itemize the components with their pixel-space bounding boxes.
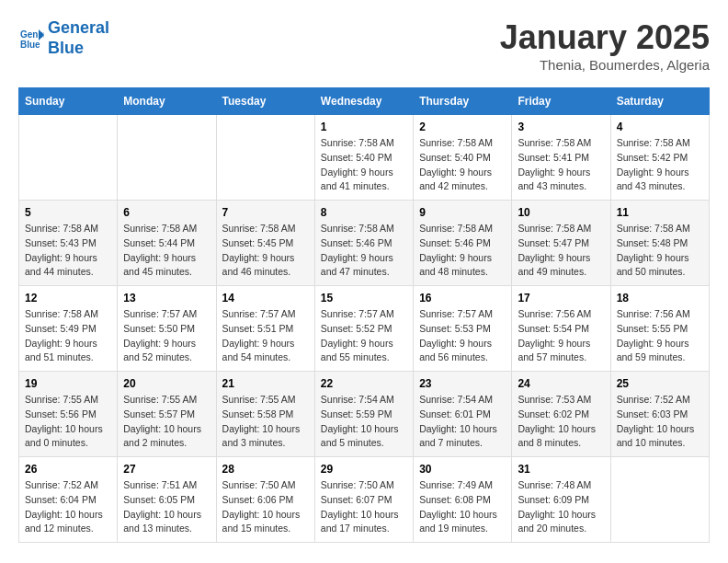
calendar-cell: 3Sunrise: 7:58 AMSunset: 5:41 PMDaylight… [512, 115, 610, 201]
day-number: 28 [222, 463, 309, 476]
calendar-week-row: 5Sunrise: 7:58 AMSunset: 5:43 PMDaylight… [19, 201, 710, 286]
day-number: 31 [518, 463, 604, 476]
calendar-week-row: 19Sunrise: 7:55 AMSunset: 5:56 PMDayligh… [19, 372, 710, 457]
day-info: Sunrise: 7:57 AMSunset: 5:51 PMDaylight:… [222, 307, 309, 365]
day-number: 30 [419, 463, 506, 476]
calendar-cell [216, 115, 314, 201]
day-info: Sunrise: 7:58 AMSunset: 5:46 PMDaylight:… [321, 222, 407, 280]
day-number: 20 [123, 377, 210, 390]
page-header: General Blue GeneralBlue January 2025 Th… [18, 18, 710, 73]
svg-text:Blue: Blue [20, 40, 40, 50]
calendar-cell: 22Sunrise: 7:54 AMSunset: 5:59 PMDayligh… [314, 372, 413, 457]
weekday-header-tuesday: Tuesday [216, 88, 314, 115]
day-number: 27 [123, 463, 210, 476]
calendar-cell: 28Sunrise: 7:50 AMSunset: 6:06 PMDayligh… [216, 457, 314, 543]
day-number: 11 [617, 206, 703, 219]
day-number: 10 [518, 206, 604, 219]
day-info: Sunrise: 7:48 AMSunset: 6:09 PMDaylight:… [518, 478, 604, 536]
calendar-cell [118, 115, 216, 201]
calendar-cell: 1Sunrise: 7:58 AMSunset: 5:40 PMDaylight… [314, 115, 413, 201]
calendar-cell: 10Sunrise: 7:58 AMSunset: 5:47 PMDayligh… [512, 201, 610, 286]
weekday-header-sunday: Sunday [19, 88, 118, 115]
day-info: Sunrise: 7:58 AMSunset: 5:48 PMDaylight:… [617, 222, 703, 280]
day-info: Sunrise: 7:55 AMSunset: 5:56 PMDaylight:… [25, 393, 111, 451]
calendar-cell: 31Sunrise: 7:48 AMSunset: 6:09 PMDayligh… [512, 457, 610, 543]
calendar-cell: 21Sunrise: 7:55 AMSunset: 5:58 PMDayligh… [216, 372, 314, 457]
logo-text: GeneralBlue [48, 18, 109, 58]
calendar-cell: 26Sunrise: 7:52 AMSunset: 6:04 PMDayligh… [19, 457, 118, 543]
day-number: 21 [222, 377, 309, 390]
day-number: 7 [222, 206, 309, 219]
calendar-cell: 30Sunrise: 7:49 AMSunset: 6:08 PMDayligh… [414, 457, 512, 543]
day-info: Sunrise: 7:57 AMSunset: 5:52 PMDaylight:… [321, 307, 407, 365]
day-number: 29 [321, 463, 407, 476]
day-info: Sunrise: 7:54 AMSunset: 5:59 PMDaylight:… [321, 393, 407, 451]
day-number: 9 [419, 206, 506, 219]
day-info: Sunrise: 7:56 AMSunset: 5:55 PMDaylight:… [617, 307, 703, 365]
day-number: 13 [123, 292, 210, 304]
day-number: 5 [25, 206, 111, 219]
day-info: Sunrise: 7:55 AMSunset: 5:57 PMDaylight:… [123, 393, 210, 451]
calendar-cell: 25Sunrise: 7:52 AMSunset: 6:03 PMDayligh… [610, 372, 709, 457]
day-info: Sunrise: 7:58 AMSunset: 5:43 PMDaylight:… [25, 222, 111, 280]
day-number: 22 [321, 377, 407, 390]
day-info: Sunrise: 7:58 AMSunset: 5:40 PMDaylight:… [419, 136, 506, 194]
day-info: Sunrise: 7:51 AMSunset: 6:05 PMDaylight:… [123, 478, 210, 536]
calendar-cell: 12Sunrise: 7:58 AMSunset: 5:49 PMDayligh… [19, 286, 118, 372]
day-info: Sunrise: 7:58 AMSunset: 5:41 PMDaylight:… [518, 136, 604, 194]
logo: General Blue GeneralBlue [18, 18, 109, 58]
calendar-cell: 11Sunrise: 7:58 AMSunset: 5:48 PMDayligh… [610, 201, 709, 286]
day-info: Sunrise: 7:50 AMSunset: 6:06 PMDaylight:… [222, 478, 309, 536]
calendar-cell: 6Sunrise: 7:58 AMSunset: 5:44 PMDaylight… [118, 201, 216, 286]
calendar-cell: 4Sunrise: 7:58 AMSunset: 5:42 PMDaylight… [610, 115, 709, 201]
day-info: Sunrise: 7:56 AMSunset: 5:54 PMDaylight:… [518, 307, 604, 365]
month-title: January 2025 [500, 18, 710, 57]
calendar-cell: 16Sunrise: 7:57 AMSunset: 5:53 PMDayligh… [414, 286, 512, 372]
day-number: 6 [123, 206, 210, 219]
calendar-cell: 20Sunrise: 7:55 AMSunset: 5:57 PMDayligh… [118, 372, 216, 457]
day-info: Sunrise: 7:52 AMSunset: 6:03 PMDaylight:… [617, 393, 703, 451]
calendar-cell: 7Sunrise: 7:58 AMSunset: 5:45 PMDaylight… [216, 201, 314, 286]
day-number: 8 [321, 206, 407, 219]
day-number: 1 [321, 121, 407, 133]
day-number: 18 [617, 292, 703, 304]
day-info: Sunrise: 7:58 AMSunset: 5:49 PMDaylight:… [25, 307, 111, 365]
calendar-week-row: 1Sunrise: 7:58 AMSunset: 5:40 PMDaylight… [19, 115, 710, 201]
day-info: Sunrise: 7:57 AMSunset: 5:50 PMDaylight:… [123, 307, 210, 365]
calendar-week-row: 12Sunrise: 7:58 AMSunset: 5:49 PMDayligh… [19, 286, 710, 372]
calendar-cell: 24Sunrise: 7:53 AMSunset: 6:02 PMDayligh… [512, 372, 610, 457]
day-info: Sunrise: 7:58 AMSunset: 5:46 PMDaylight:… [419, 222, 506, 280]
day-info: Sunrise: 7:53 AMSunset: 6:02 PMDaylight:… [518, 393, 604, 451]
calendar-cell: 8Sunrise: 7:58 AMSunset: 5:46 PMDaylight… [314, 201, 413, 286]
title-block: January 2025 Thenia, Boumerdes, Algeria [500, 18, 710, 73]
day-info: Sunrise: 7:55 AMSunset: 5:58 PMDaylight:… [222, 393, 309, 451]
weekday-header-monday: Monday [118, 88, 216, 115]
calendar-cell: 17Sunrise: 7:56 AMSunset: 5:54 PMDayligh… [512, 286, 610, 372]
weekday-header-saturday: Saturday [610, 88, 709, 115]
calendar-cell [19, 115, 118, 201]
calendar-cell [610, 457, 709, 543]
day-info: Sunrise: 7:54 AMSunset: 6:01 PMDaylight:… [419, 393, 506, 451]
day-info: Sunrise: 7:58 AMSunset: 5:47 PMDaylight:… [518, 222, 604, 280]
calendar-cell: 15Sunrise: 7:57 AMSunset: 5:52 PMDayligh… [314, 286, 413, 372]
day-number: 14 [222, 292, 309, 304]
calendar-cell: 2Sunrise: 7:58 AMSunset: 5:40 PMDaylight… [414, 115, 512, 201]
calendar-cell: 18Sunrise: 7:56 AMSunset: 5:55 PMDayligh… [610, 286, 709, 372]
calendar-week-row: 26Sunrise: 7:52 AMSunset: 6:04 PMDayligh… [19, 457, 710, 543]
calendar-cell: 27Sunrise: 7:51 AMSunset: 6:05 PMDayligh… [118, 457, 216, 543]
day-info: Sunrise: 7:50 AMSunset: 6:07 PMDaylight:… [321, 478, 407, 536]
day-number: 23 [419, 377, 506, 390]
day-number: 19 [25, 377, 111, 390]
calendar-cell: 9Sunrise: 7:58 AMSunset: 5:46 PMDaylight… [414, 201, 512, 286]
calendar-cell: 19Sunrise: 7:55 AMSunset: 5:56 PMDayligh… [19, 372, 118, 457]
calendar-cell: 29Sunrise: 7:50 AMSunset: 6:07 PMDayligh… [314, 457, 413, 543]
day-info: Sunrise: 7:57 AMSunset: 5:53 PMDaylight:… [419, 307, 506, 365]
day-number: 17 [518, 292, 604, 304]
day-info: Sunrise: 7:52 AMSunset: 6:04 PMDaylight:… [25, 478, 111, 536]
weekday-header-row: SundayMondayTuesdayWednesdayThursdayFrid… [19, 88, 710, 115]
weekday-header-wednesday: Wednesday [314, 88, 413, 115]
logo-icon: General Blue [18, 26, 44, 52]
day-info: Sunrise: 7:58 AMSunset: 5:45 PMDaylight:… [222, 222, 309, 280]
day-number: 4 [617, 121, 703, 133]
day-number: 3 [518, 121, 604, 133]
